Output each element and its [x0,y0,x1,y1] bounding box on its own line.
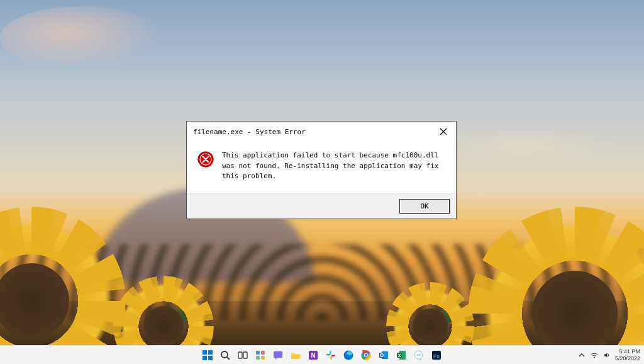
clock-time: 5:41 PM [615,348,640,355]
svg-line-8 [227,357,230,360]
svg-rect-6 [208,356,213,360]
dialog-title: filename.exe - System Error [193,128,306,136]
taskbar: N X Ps 5: [0,345,644,364]
wallpaper-cloud [0,6,164,69]
svg-rect-14 [261,356,265,360]
outlook-icon[interactable] [377,349,390,361]
error-icon [197,151,214,168]
start-icon[interactable] [201,349,214,361]
dialog-footer: OK [187,193,456,219]
svg-text:Ps: Ps [433,353,440,358]
svg-text:X: X [398,353,401,358]
svg-rect-20 [331,356,333,360]
search-icon[interactable] [219,349,231,361]
chat-icon[interactable] [272,349,284,361]
svg-point-34 [594,356,595,358]
svg-rect-18 [330,351,331,355]
chevron-up-icon[interactable] [577,351,586,360]
chrome-icon[interactable] [360,349,372,361]
widgets-icon[interactable] [254,349,267,361]
dialog-message: This application failed to start because… [222,151,446,182]
taskbar-center-icons: N X Ps [201,349,443,361]
svg-point-7 [221,351,228,358]
svg-rect-11 [256,351,260,355]
wifi-icon[interactable] [590,351,599,360]
wallpaper-cloud [430,126,619,164]
svg-point-25 [365,353,368,356]
svg-rect-15 [291,355,300,359]
clock-date: 5/20/2022 [615,355,640,362]
onenote-icon[interactable]: N [307,349,319,361]
svg-rect-19 [326,354,330,356]
svg-rect-13 [256,356,260,360]
svg-rect-10 [243,352,247,358]
dialog-body: This application failed to start because… [187,142,456,193]
svg-rect-5 [203,356,207,360]
svg-rect-12 [261,351,265,355]
desktop-wallpaper: filename.exe - System Error This applica… [0,0,644,345]
svg-rect-4 [208,350,213,355]
taskbar-clock[interactable]: 5:41 PM 5/20/2022 [615,348,640,362]
close-button[interactable] [436,125,451,138]
file-explorer-icon[interactable] [289,349,302,361]
messenger-icon[interactable] [413,349,425,361]
svg-rect-21 [331,355,335,356]
wallpaper-sunflower [0,207,126,345]
system-tray: 5:41 PM 5/20/2022 [577,346,640,364]
svg-rect-3 [203,350,207,355]
task-view-icon[interactable] [236,349,249,361]
wallpaper-sunflower [468,207,644,345]
error-dialog: filename.exe - System Error This applica… [186,121,457,219]
photoshop-icon[interactable]: Ps [430,349,443,361]
close-icon [440,128,447,135]
volume-icon[interactable] [602,351,611,360]
dialog-titlebar[interactable]: filename.exe - System Error [187,122,456,142]
edge-icon[interactable] [342,349,355,361]
svg-rect-9 [238,352,242,358]
excel-icon[interactable]: X [395,349,408,361]
ok-button[interactable]: OK [399,199,450,213]
slack-icon[interactable] [325,349,337,361]
svg-text:N: N [311,352,315,359]
